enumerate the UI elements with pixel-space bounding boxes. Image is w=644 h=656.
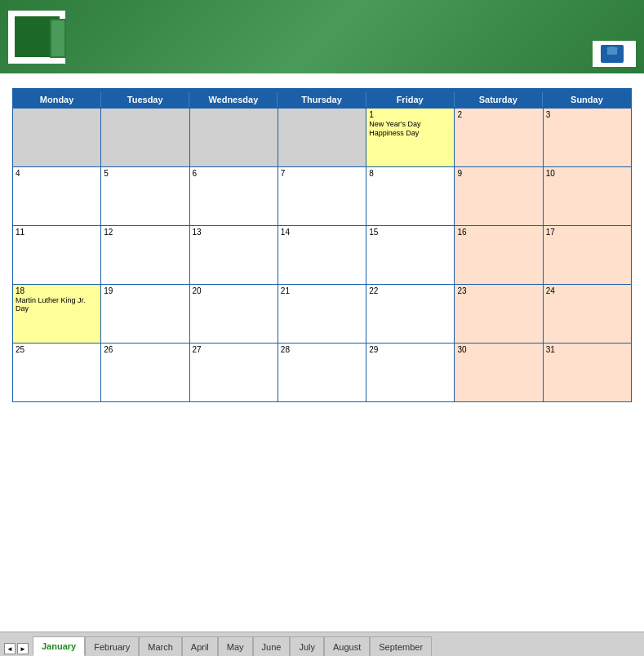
cell-number: 26	[104, 345, 186, 354]
tab-navigation: ◄ ►	[4, 643, 29, 656]
cell-number: 13	[193, 228, 275, 237]
calendar-cell-23: 23	[455, 284, 543, 343]
sheet-tab-may[interactable]: May	[218, 636, 253, 656]
cell-number: 31	[546, 345, 628, 354]
svg-point-3	[614, 47, 618, 51]
cell-number: 20	[193, 286, 275, 295]
cell-number: 12	[104, 228, 186, 237]
cell-number: 22	[369, 286, 451, 295]
calendar-cell-29: 29	[366, 343, 455, 401]
cell-number: 5	[104, 169, 186, 178]
cell-number: 30	[457, 345, 540, 354]
cell-number: 17	[546, 228, 628, 237]
day-saturday: Saturday	[455, 92, 543, 107]
cell-number: 2	[457, 110, 540, 119]
svg-rect-4	[611, 47, 614, 51]
brand-icon	[601, 45, 624, 63]
day-wednesday: Wednesday	[189, 92, 278, 107]
sheet-tab-february[interactable]: February	[85, 636, 139, 656]
excel-logo	[8, 11, 65, 64]
calendar-cell-14: 14	[278, 225, 366, 284]
app-header	[0, 0, 644, 73]
tab-next-button[interactable]: ►	[17, 643, 29, 654]
calendar-cell-empty-0-0	[13, 108, 101, 166]
cell-number: 24	[546, 286, 628, 295]
cell-number: 19	[104, 286, 186, 295]
calendar-cell-16: 16	[455, 225, 543, 284]
calendar-cell-21: 21	[278, 284, 366, 343]
excel-logo-inner	[15, 16, 60, 57]
sheet-tab-april[interactable]: April	[182, 636, 218, 656]
cell-event: Martin Luther King Jr. Day	[16, 296, 98, 312]
brand-logo	[593, 41, 636, 67]
cell-number: 3	[546, 110, 628, 119]
cell-number: 4	[16, 169, 98, 178]
tab-prev-button[interactable]: ◄	[4, 643, 16, 654]
cell-number: 23	[457, 286, 540, 295]
calendar-cell-20: 20	[190, 284, 278, 343]
tabs-container: JanuaryFebruaryMarchAprilMayJuneJulyAugu…	[33, 636, 432, 656]
calendar-cell-12: 12	[101, 225, 189, 284]
calendar-cell-13: 13	[190, 225, 278, 284]
cell-number: 14	[281, 228, 363, 237]
sheet-tab-july[interactable]: July	[290, 636, 324, 656]
sheet-tab-june[interactable]: June	[253, 636, 291, 656]
calendar-cell-15: 15	[366, 225, 455, 284]
cell-number: 18	[16, 286, 98, 295]
calendar-cell-empty-0-1	[101, 108, 189, 166]
cell-event: New Year's Day	[369, 120, 451, 128]
calendar-grid: 1New Year's DayHappiness Day234567891011…	[12, 108, 632, 402]
calendar-cell-1: 1New Year's DayHappiness Day	[366, 108, 455, 166]
brand-logo-top	[601, 45, 628, 63]
calendar-cell-empty-0-2	[190, 108, 278, 166]
calendar-cell-8: 8	[366, 166, 455, 225]
cell-number: 7	[281, 169, 363, 178]
calendar-cell-3: 3	[544, 108, 632, 166]
cell-number: 11	[16, 228, 98, 237]
calendar-cell-10: 10	[544, 166, 632, 225]
calendar-cell-empty-0-3	[278, 108, 366, 166]
cell-number: 1	[369, 110, 451, 119]
day-tuesday: Tuesday	[101, 92, 189, 107]
cell-event: Happiness Day	[369, 129, 451, 137]
calendar-cell-6: 6	[190, 166, 278, 225]
calendar-cell-17: 17	[544, 225, 632, 284]
calendar-cell-27: 27	[190, 343, 278, 401]
calendar-cell-26: 26	[101, 343, 189, 401]
cell-number: 21	[281, 286, 363, 295]
calendar-cell-9: 9	[455, 166, 543, 225]
calendar-cell-5: 5	[101, 166, 189, 225]
cell-number: 27	[193, 345, 275, 354]
sheet-tab-march[interactable]: March	[139, 636, 182, 656]
calendar-cell-4: 4	[13, 166, 101, 225]
cell-number: 29	[369, 345, 451, 354]
cell-number: 6	[193, 169, 275, 178]
sheet-tabs: ◄ ► JanuaryFebruaryMarchAprilMayJuneJuly…	[0, 632, 644, 656]
sheet-tab-august[interactable]: August	[324, 636, 370, 656]
day-sunday: Sunday	[543, 92, 631, 107]
cell-number: 9	[457, 169, 540, 178]
day-friday: Friday	[366, 92, 455, 107]
calendar-days-header: Monday Tuesday Wednesday Thursday Friday…	[12, 91, 632, 108]
calendar-cell-7: 7	[278, 166, 366, 225]
calendar-cell-19: 19	[101, 284, 189, 343]
calendar-header-row	[12, 88, 632, 91]
calendar-cell-25: 25	[13, 343, 101, 401]
cell-number: 8	[369, 169, 451, 178]
svg-point-2	[607, 47, 611, 51]
calendar-cell-24: 24	[544, 284, 632, 343]
calendar-cell-22: 22	[366, 284, 455, 343]
calendar-cell-28: 28	[278, 343, 366, 401]
calendar-cell-2: 2	[455, 108, 543, 166]
main-content: Monday Tuesday Wednesday Thursday Friday…	[0, 73, 644, 632]
day-thursday: Thursday	[278, 92, 366, 107]
calendar-cell-31: 31	[544, 343, 632, 401]
cell-number: 15	[369, 228, 451, 237]
day-monday: Monday	[13, 92, 101, 107]
calendar-cell-30: 30	[455, 343, 543, 401]
sheet-tab-september[interactable]: September	[370, 636, 432, 656]
cell-number: 10	[546, 169, 628, 178]
calendar-container: Monday Tuesday Wednesday Thursday Friday…	[12, 88, 632, 627]
sheet-tab-january[interactable]: January	[33, 636, 85, 656]
cell-number: 25	[16, 345, 98, 354]
